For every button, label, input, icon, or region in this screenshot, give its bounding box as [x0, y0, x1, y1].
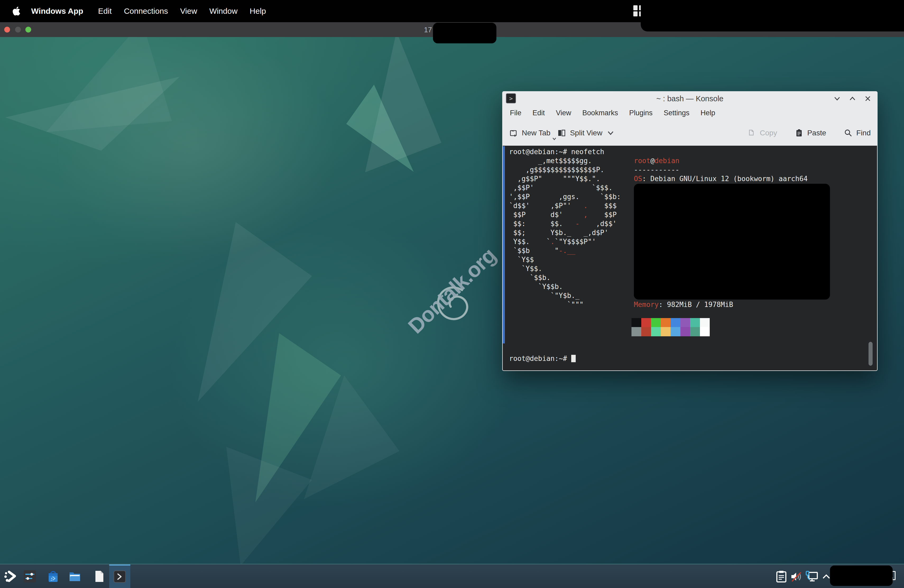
palette-swatch — [680, 318, 690, 327]
prompt-text: root@debian:~# — [509, 354, 571, 362]
zoom-traffic-light[interactable] — [25, 27, 31, 33]
konsole-menubar: File Edit View Bookmarks Plugins Setting… — [502, 106, 877, 120]
terminal-left-accent — [503, 146, 505, 343]
menu-file[interactable]: File — [504, 107, 527, 119]
paste-label: Paste — [807, 129, 826, 137]
konsole-toolbar: New Tab Split View Copy — [502, 120, 877, 146]
new-tab-button[interactable]: New Tab — [509, 128, 550, 138]
split-view-chevron-icon[interactable] — [606, 128, 615, 138]
titlebar-clock-partial: 17 — [424, 26, 432, 34]
copy-icon — [747, 128, 756, 138]
text-document-icon[interactable] — [93, 570, 106, 583]
menu-view[interactable]: View — [550, 107, 577, 119]
file-manager-icon[interactable] — [68, 570, 81, 583]
menubar-item-window[interactable]: Window — [209, 6, 238, 16]
menubar-item-view[interactable]: View — [180, 6, 197, 16]
palette-swatch — [651, 318, 661, 327]
palette-swatch — [700, 327, 710, 336]
palette-swatch — [661, 327, 671, 336]
paste-icon — [795, 128, 804, 138]
new-tab-label: New Tab — [522, 129, 550, 137]
redaction-box-titlebar — [433, 23, 496, 43]
menubar-item-help[interactable]: Help — [250, 6, 266, 16]
menu-plugins[interactable]: Plugins — [624, 107, 658, 119]
application-launcher-icon[interactable] — [4, 570, 17, 583]
palette-swatch — [632, 327, 641, 336]
redaction-box-terminal — [634, 184, 830, 300]
konsole-task-icon — [113, 570, 126, 583]
palette-swatch — [690, 318, 700, 327]
find-button[interactable]: Find — [844, 128, 871, 138]
shell-prompt: root@debian:~# — [509, 354, 576, 363]
palette-swatch — [651, 327, 661, 336]
redaction-box-taskbar-clock — [830, 566, 893, 586]
palette-swatch — [641, 318, 651, 327]
palette-swatch — [700, 318, 710, 327]
konsole-titlebar[interactable]: > ~ : bash — Konsole — [502, 91, 877, 106]
kde-taskbar — [0, 564, 904, 588]
palette-swatch — [690, 327, 700, 336]
konsole-window-title: ~ : bash — Konsole — [502, 94, 877, 103]
desktop-watermark: Dontalk.org — [390, 230, 514, 352]
settings-sliders-icon[interactable] — [23, 570, 36, 583]
konsole-task-active[interactable] — [109, 564, 130, 588]
palette-swatch — [632, 318, 641, 327]
palette-swatch — [671, 327, 680, 336]
apple-icon[interactable] — [12, 6, 21, 16]
split-view-label: Split View — [570, 129, 602, 137]
network-tray-icon[interactable] — [805, 570, 819, 583]
menubar-app-name[interactable]: Windows App — [31, 6, 83, 16]
neofetch-ascii-art: root@debian:~# neofetch _,met$$$$$gg. ,g… — [509, 147, 621, 309]
menubar-item-connections[interactable]: Connections — [124, 6, 168, 16]
find-icon — [844, 128, 853, 138]
paste-button[interactable]: Paste — [795, 128, 826, 138]
menu-help[interactable]: Help — [695, 107, 721, 119]
neofetch-color-palette — [632, 318, 710, 336]
menubar-item-edit[interactable]: Edit — [98, 6, 112, 16]
redaction-box-menubar — [641, 0, 904, 32]
palette-swatch — [641, 327, 651, 336]
expand-tray-icon[interactable] — [822, 570, 831, 583]
find-label: Find — [857, 129, 871, 137]
terminal-area[interactable]: root@debian:~# neofetch _,met$$$$$gg. ,g… — [503, 146, 877, 370]
menu-settings[interactable]: Settings — [658, 107, 695, 119]
maximize-icon[interactable] — [849, 95, 857, 103]
copy-button[interactable]: Copy — [747, 128, 777, 138]
palette-swatch — [661, 318, 671, 327]
terminal-scrollbar-thumb[interactable] — [869, 342, 872, 366]
palette-swatch — [680, 327, 690, 336]
minimize-icon[interactable] — [833, 95, 841, 103]
menu-bookmarks[interactable]: Bookmarks — [577, 107, 624, 119]
new-tab-icon — [509, 128, 518, 138]
close-icon[interactable] — [864, 95, 872, 103]
close-traffic-light[interactable] — [4, 27, 10, 33]
volume-muted-tray-icon[interactable] — [790, 570, 803, 583]
copy-label: Copy — [760, 129, 777, 137]
new-tab-chevron-icon[interactable] — [552, 136, 557, 142]
minimize-traffic-light[interactable] — [15, 27, 21, 33]
split-view-icon — [557, 128, 566, 138]
split-view-button[interactable]: Split View — [557, 128, 615, 138]
konsole-window: > ~ : bash — Konsole File Edit View Book… — [502, 91, 877, 371]
terminal-cursor — [571, 355, 576, 362]
clipboard-tray-icon[interactable] — [776, 570, 787, 583]
palette-swatch — [671, 318, 680, 327]
screen: Windows App Edit Connections View Window… — [0, 0, 904, 588]
menu-edit[interactable]: Edit — [527, 107, 551, 119]
discover-icon[interactable] — [46, 570, 60, 583]
